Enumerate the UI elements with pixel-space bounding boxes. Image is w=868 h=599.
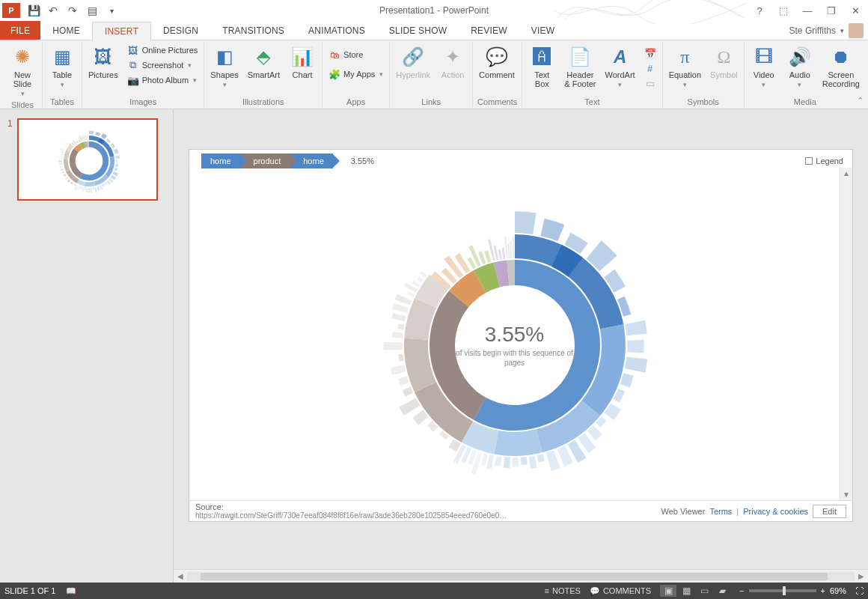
reading-view-icon[interactable]: ▭ bbox=[696, 585, 712, 597]
text-box-icon: 🅰 bbox=[530, 45, 554, 69]
slide-thumbnail-pane[interactable]: 1 bbox=[0, 109, 174, 583]
date-time-icon: 📅 bbox=[644, 47, 656, 59]
screen-recording-button[interactable]: ⏺Screen Recording bbox=[821, 43, 861, 90]
my-apps-button[interactable]: 🧩My Apps▾ bbox=[327, 67, 385, 81]
pictures-button[interactable]: 🖼 Pictures bbox=[87, 43, 120, 81]
date-time-button[interactable]: 📅 bbox=[643, 46, 658, 60]
tab-transitions[interactable]: TRANSITIONS bbox=[210, 21, 296, 40]
zoom-out-icon[interactable]: − bbox=[739, 586, 744, 595]
tab-animations[interactable]: ANIMATIONS bbox=[296, 21, 377, 40]
video-button[interactable]: 🎞Video▾ bbox=[749, 43, 779, 90]
my-apps-icon: 🧩 bbox=[328, 68, 340, 80]
scroll-left-icon[interactable]: ◀ bbox=[174, 572, 187, 580]
store-button[interactable]: 🛍Store bbox=[327, 48, 385, 61]
normal-view-icon[interactable]: ▣ bbox=[660, 585, 676, 597]
legend-toggle[interactable]: Legend bbox=[805, 156, 843, 165]
text-box-button[interactable]: 🅰Text Box bbox=[527, 43, 557, 90]
screenshot-icon: ⧉ bbox=[127, 59, 139, 71]
web-viewer-addin-frame[interactable]: home product home 3.55% Legend 3.55% of … bbox=[189, 149, 853, 522]
qat-customize-icon[interactable]: ▾ bbox=[105, 4, 118, 17]
header-footer-button[interactable]: 📄Header & Footer bbox=[563, 43, 597, 90]
group-label-images: Images bbox=[87, 96, 199, 109]
frame-vertical-scrollbar[interactable] bbox=[840, 168, 852, 500]
object-button: ▭ bbox=[643, 76, 658, 90]
ribbon-group-text: 🅰Text Box 📄Header & Footer AWordArt▾ 📅 #… bbox=[522, 42, 662, 109]
screen-recording-icon: ⏺ bbox=[829, 45, 853, 69]
wordart-button[interactable]: AWordArt▾ bbox=[603, 43, 636, 90]
save-icon[interactable]: 💾 bbox=[27, 4, 40, 17]
restore-icon[interactable]: ❐ bbox=[823, 4, 840, 17]
zoom-control[interactable]: − + 69% bbox=[739, 586, 846, 595]
ribbon-group-media: 🎞Video▾ 🔊Audio▾ ⏺Screen Recording Media bbox=[745, 42, 866, 109]
breadcrumb-item-2[interactable]: product bbox=[240, 153, 290, 168]
group-label-comments: Comments bbox=[477, 96, 517, 109]
smartart-button[interactable]: ⬘SmartArt bbox=[246, 43, 281, 81]
slide-thumb-number: 1 bbox=[7, 118, 13, 201]
new-slide-button[interactable]: ✺ New Slide ▾ bbox=[7, 43, 37, 99]
undo-icon[interactable]: ↶ bbox=[46, 4, 60, 17]
help-icon[interactable]: ? bbox=[751, 4, 768, 17]
ribbon-display-options-icon[interactable]: ⬚ bbox=[775, 4, 792, 17]
ribbon-group-links: 🔗Hyperlink ✦Action Links bbox=[390, 42, 473, 109]
tab-file[interactable]: FILE bbox=[0, 21, 40, 40]
audio-icon: 🔊 bbox=[788, 45, 812, 69]
sunburst-chart[interactable] bbox=[193, 184, 837, 500]
table-button[interactable]: ▦ Table ▾ bbox=[47, 43, 77, 90]
start-slideshow-icon[interactable]: ▤ bbox=[85, 4, 99, 17]
editor-horizontal-scrollbar[interactable]: ◀ ▶ bbox=[174, 569, 868, 583]
redo-icon[interactable]: ↷ bbox=[66, 4, 79, 17]
chart-button[interactable]: 📊Chart bbox=[287, 43, 317, 81]
comments-button[interactable]: 💬COMMENTS bbox=[590, 586, 651, 596]
chevron-down-icon: ▾ bbox=[683, 81, 687, 88]
tab-home[interactable]: HOME bbox=[40, 21, 92, 40]
slide-sorter-view-icon[interactable]: ▦ bbox=[678, 585, 694, 597]
edit-button[interactable]: Edit bbox=[813, 505, 846, 518]
tab-insert[interactable]: INSERT bbox=[92, 22, 151, 40]
signed-in-user[interactable]: Ste Griffiths ▾ bbox=[789, 21, 868, 40]
group-label-symbols: Symbols bbox=[667, 96, 739, 109]
minimize-icon[interactable]: — bbox=[799, 4, 816, 17]
zoom-slider[interactable] bbox=[749, 589, 816, 592]
breadcrumb[interactable]: home product home bbox=[201, 153, 333, 168]
close-icon[interactable]: ✕ bbox=[847, 4, 864, 17]
store-icon: 🛍 bbox=[328, 49, 340, 61]
zoom-in-icon[interactable]: + bbox=[821, 586, 825, 595]
slideshow-view-icon[interactable]: ▰ bbox=[714, 585, 730, 597]
tab-design[interactable]: DESIGN bbox=[151, 21, 210, 40]
notes-button[interactable]: ≡NOTES bbox=[545, 586, 581, 595]
slide-thumbnail-1[interactable] bbox=[17, 118, 158, 201]
powerpoint-app-icon: P bbox=[2, 3, 20, 18]
breadcrumb-item-1[interactable]: home bbox=[201, 153, 240, 168]
chevron-down-icon: ▾ bbox=[798, 81, 801, 88]
spellcheck-icon[interactable]: 📖 bbox=[66, 586, 76, 596]
group-label-tables: Tables bbox=[47, 96, 77, 109]
collapse-ribbon-icon[interactable]: ⌃ bbox=[857, 96, 864, 106]
terms-link[interactable]: Terms bbox=[709, 507, 732, 516]
equation-button[interactable]: πEquation▾ bbox=[667, 43, 703, 90]
privacy-link[interactable]: Privacy & cookies bbox=[743, 507, 808, 516]
tab-slide-show[interactable]: SLIDE SHOW bbox=[377, 21, 459, 40]
online-pictures-icon: 🖼 bbox=[127, 44, 139, 56]
equation-icon: π bbox=[673, 45, 697, 69]
photo-album-button[interactable]: 📷Photo Album▾ bbox=[126, 73, 200, 87]
tab-review[interactable]: REVIEW bbox=[459, 21, 519, 40]
shapes-button[interactable]: ◧Shapes▾ bbox=[209, 43, 239, 90]
scroll-right-icon[interactable]: ▶ bbox=[855, 572, 868, 580]
slide-counter[interactable]: SLIDE 1 OF 1 bbox=[4, 586, 55, 595]
zoom-value[interactable]: 69% bbox=[830, 586, 846, 595]
smartart-icon: ⬘ bbox=[251, 45, 275, 69]
comment-button[interactable]: 💬Comment bbox=[477, 43, 516, 81]
user-avatar bbox=[849, 23, 864, 38]
shapes-icon: ◧ bbox=[213, 45, 236, 69]
fit-to-window-icon[interactable]: ⛶ bbox=[855, 586, 864, 595]
hyperlink-button: 🔗Hyperlink bbox=[394, 43, 432, 81]
group-label-media: Media bbox=[749, 96, 861, 109]
symbol-icon: Ω bbox=[712, 45, 736, 69]
web-viewer-footer: Source: https://rawgit.com/SteGriff/730e… bbox=[189, 500, 852, 521]
hyperlink-icon: 🔗 bbox=[401, 45, 425, 69]
online-pictures-button[interactable]: 🖼Online Pictures bbox=[126, 43, 200, 57]
screenshot-button[interactable]: ⧉Screenshot▾ bbox=[126, 58, 200, 72]
audio-button[interactable]: 🔊Audio▾ bbox=[785, 43, 815, 90]
action-button: ✦Action bbox=[438, 43, 468, 81]
slide-number-button[interactable]: # bbox=[643, 61, 658, 75]
